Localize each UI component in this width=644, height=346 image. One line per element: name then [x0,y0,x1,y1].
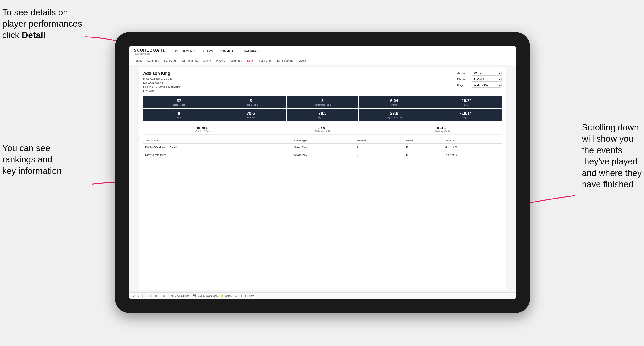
player-filter-label: Player [457,84,470,87]
player-info: Addison King Mesa Community College NJCA… [143,71,181,93]
annotation-bl-line3: key information [2,166,62,176]
nav-item-rankings[interactable]: RANKINGS [244,48,260,54]
position: 7 out of 20 [444,151,502,159]
tablet-screen: SCOREBOARD Powered by clippd TOURNAMENTS… [129,46,516,299]
stat-cell: -19.71SoS [430,96,502,108]
tablet-frame: SCOREBOARD Powered by clippd TOURNAMENTS… [115,32,530,313]
share-label: Share [247,295,254,297]
table-row: Lady Coyote Invite Stroke Play 2 16 7 ou… [143,151,502,159]
division-select[interactable]: NJCAA I [472,77,502,82]
zoom-in-btn[interactable]: ⊕ [150,295,152,298]
record-item: 1-5-0Record vs top 25 [313,126,330,132]
share-btn[interactable]: ⬆ Share [244,295,254,298]
nav-item-teams[interactable]: TEAMS [202,48,214,54]
watch-icon: 🔔 [221,295,224,298]
redo-btn[interactable]: ↻ [138,295,140,298]
gender-label: Gender [457,72,470,75]
stat-cell: 27.8Avg Score to Par [358,109,430,121]
save-custom-view-btn[interactable]: 💾 Save Custom View [193,295,218,298]
sub-nav-matrix[interactable]: Matrix [203,58,212,63]
annotation-bl-line1: You can see [2,143,50,153]
nav-item-committee[interactable]: COMMITTEE [219,48,238,54]
main-content: Addison King Mesa Community College NJCA… [129,65,516,292]
view-original-btn[interactable]: 👁 View: Original [171,295,190,297]
annotation-r-line5: and where they [582,168,642,178]
stat-cell: 3Conference Rank [287,96,358,108]
logo-area: SCOREBOARD Powered by clippd [134,48,166,55]
zoom-out-btn[interactable]: ⊖ [155,295,157,298]
score: 16 [404,151,444,159]
stat-cell: 3Regional Rank [215,96,286,108]
stat-cell: 79.6Avg Score [215,109,286,121]
zoom-fit-btn[interactable]: ⊞ [145,295,148,298]
logo-sub: Powered by clippd [134,53,166,55]
sub-nav-h2h-heatmap[interactable]: H2H Heatmap [180,58,199,63]
table-row: Estella CC- Mountain Classic Stroke Play… [143,144,502,151]
table-header: Position [444,138,502,144]
grid-btn[interactable]: ⊞ [240,295,242,298]
annotation-bottom-left: You can see rankings and key information [2,143,62,177]
tournament-name: Lady Coyote Invite [143,151,278,159]
sub-nav-players[interactable]: Players [215,58,226,63]
nav-bar: SCOREBOARD Powered by clippd TOURNAMENTS… [129,46,516,57]
annotation-line2: player performances [2,19,82,28]
sub-nav: Teams Summary H2H Grid H2H Heatmap Matri… [129,57,516,65]
table-header: Rounds [355,138,404,144]
stat-cell: 37National Rank [143,96,215,108]
annotation-line3-bold: Detail [22,30,45,40]
bottom-toolbar: ↺ ↻ ⊞ ⊕ ⊖ ⏱ 👁 View: Original 💾 Save Cust… [129,292,516,299]
stat-cell: 78.5Adj Score [287,109,358,121]
annotation-bl-line2: rankings and [2,155,52,164]
save-label: Save Custom View [197,295,218,297]
table-header: Tournament [143,138,278,144]
rounds: 2 [355,144,404,151]
view-label: View: Original [174,295,190,297]
clock-btn[interactable]: ⏱ [163,295,166,297]
score: 17 [404,144,444,151]
save-icon: 💾 [193,295,196,298]
watch-btn[interactable]: 🔔 Watch [221,295,232,298]
sub-nav-summary[interactable]: Summary [147,58,160,63]
record-item: 5-11-1Record vs top 50 [433,126,450,132]
rounds: 2 [355,151,404,159]
screen-btn[interactable]: 🖥 [234,295,237,297]
division-filter-row: Division NJCAA I [457,77,502,82]
tournament-extra [278,144,292,151]
stat-cell: 0Wins [143,109,215,121]
event-type: Stroke Play [292,151,355,159]
player-division: NJCAA Division 1 [143,81,181,85]
tournament-table: TournamentEvent TypeRoundsScorePosition … [143,138,502,159]
records-row: 91-20-1Overall Record1-5-0Record vs top … [143,124,502,135]
player-college: Mesa Community College [143,77,181,81]
sub-nav-h2h-grid2[interactable]: H2H Grid [259,58,271,63]
nav-item-tournaments[interactable]: TOURNAMENTS [173,48,197,54]
player-select[interactable]: Addison King [472,83,502,88]
annotation-right: Scrolling down will show you the events … [582,122,642,190]
stat-cell: -10.14Avg SG [430,109,502,121]
annotation-r-line4: they've played [582,157,638,166]
gender-select[interactable]: Women [472,71,502,76]
sub-nav-teams[interactable]: Teams [134,58,142,63]
sub-nav-h2h-grid[interactable]: H2H Grid [164,58,176,63]
sub-nav-detail[interactable]: Detail [247,58,255,63]
gender-filter-row: Gender Women [457,71,502,76]
player-filters: Gender Women Division NJCAA I [457,71,502,88]
sub-nav-matrix2[interactable]: Matrix [298,58,306,63]
nav-items: TOURNAMENTS TEAMS COMMITTEE RANKINGS [173,48,260,54]
annotation-r-line6: have finished [582,179,634,189]
record-item: 91-20-1Overall Record [195,126,210,132]
undo-btn[interactable]: ↺ [133,295,135,298]
sub-nav-h2h-heatmap2[interactable]: H2H Heatmap [275,58,294,63]
annotation-r-line2: will show you [582,134,634,144]
stats-row1: 37National Rank3Regional Rank3Conference… [143,96,502,108]
table-header [278,138,292,144]
event-type: Stroke Play [292,144,355,151]
tournament-name: Estella CC- Mountain Classic [143,144,278,151]
logo-text: SCOREBOARD [134,48,166,53]
stat-cell: 6.04Points [358,96,430,108]
watch-label: Watch [224,295,232,297]
player-region: Region 1 - Southwest (18) District [143,85,181,89]
sub-nav-summary2[interactable]: Summary [230,58,242,63]
player-header: Addison King Mesa Community College NJCA… [143,71,502,93]
share-icon: ⬆ [244,295,247,298]
